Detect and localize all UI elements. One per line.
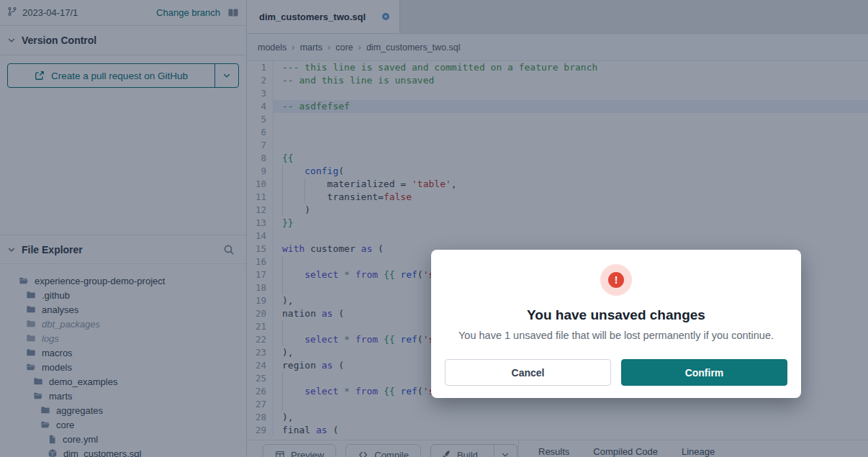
unsaved-changes-modal: ! You have unsaved changes You have 1 un…	[431, 250, 801, 398]
modal-title: You have unsaved changes	[527, 307, 705, 323]
modal-body: You have 1 unsaved file that will be los…	[458, 330, 774, 341]
error-icon: !	[600, 264, 632, 296]
confirm-button[interactable]: Confirm	[621, 359, 787, 386]
cancel-button[interactable]: Cancel	[445, 359, 611, 386]
